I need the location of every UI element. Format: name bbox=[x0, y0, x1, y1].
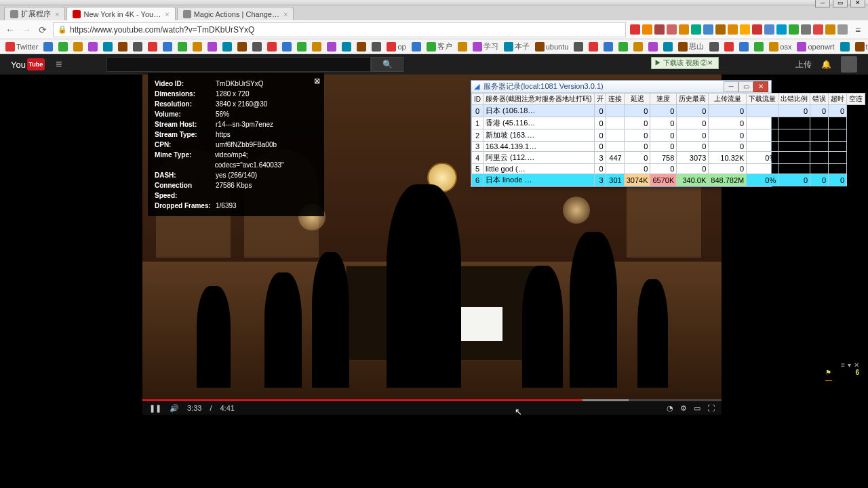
bookmark-item[interactable]: tomato bbox=[854, 42, 868, 52]
server-table[interactable]: ID服务器(截图注意对服务器地址打码)开连接延迟速度历史最高上传流量下载流量出错… bbox=[471, 93, 865, 186]
bookmark-item[interactable] bbox=[191, 42, 203, 52]
pause-button[interactable]: ❚❚ bbox=[149, 404, 161, 413]
bookmark-item[interactable]: 思山 bbox=[677, 41, 705, 52]
extension-icon[interactable] bbox=[825, 24, 835, 35]
bookmark-item[interactable]: 学习 bbox=[471, 41, 500, 52]
extension-icon[interactable] bbox=[630, 24, 640, 35]
browser-tab[interactable]: Magic Actions | Change…× bbox=[177, 7, 294, 20]
window-min[interactable]: ─ bbox=[815, 0, 830, 7]
server-log-window[interactable]: ◢ 服务器记录(local:1081 Version3.0.1) ─ ▭ ✕ I… bbox=[471, 80, 772, 187]
volume-button[interactable]: 🔊 bbox=[170, 404, 179, 413]
nav-reload[interactable]: ⟳ bbox=[37, 24, 49, 35]
bookmark-item[interactable] bbox=[87, 42, 99, 52]
bookmark-item[interactable] bbox=[176, 42, 189, 52]
extension-icon[interactable] bbox=[813, 24, 823, 35]
bookmark-item[interactable] bbox=[146, 42, 159, 52]
notifications-icon[interactable]: 🔔 bbox=[821, 60, 831, 69]
extension-icon[interactable] bbox=[776, 24, 787, 35]
bookmark-item[interactable]: ubuntu bbox=[534, 42, 570, 52]
bookmark-item[interactable] bbox=[839, 42, 851, 52]
extension-icon[interactable] bbox=[715, 24, 726, 35]
extension-icon[interactable] bbox=[837, 24, 848, 35]
server-row[interactable]: 3163.44.139.1…00000000 bbox=[472, 142, 865, 152]
extension-icon[interactable] bbox=[801, 24, 811, 35]
bookmark-item[interactable] bbox=[370, 42, 382, 52]
bookmark-item[interactable]: Twitter bbox=[4, 42, 39, 52]
server-row[interactable]: 2新加坡 (163.…00000000 bbox=[472, 129, 865, 142]
bookmark-item[interactable] bbox=[723, 42, 735, 52]
theater-icon[interactable]: ▭ bbox=[694, 404, 701, 413]
bookmark-item[interactable] bbox=[410, 42, 422, 52]
bookmark-item[interactable] bbox=[587, 42, 599, 52]
extension-icon[interactable] bbox=[752, 24, 762, 35]
window-close[interactable]: ✕ bbox=[850, 0, 865, 7]
search-button[interactable]: 🔍 bbox=[371, 57, 403, 72]
bookmark-item[interactable] bbox=[708, 42, 720, 52]
browser-tab[interactable]: New York in 4K - You…× bbox=[66, 7, 175, 20]
extension-icon[interactable] bbox=[789, 24, 799, 35]
extension-icon[interactable] bbox=[642, 24, 652, 35]
bookmark-item[interactable] bbox=[221, 42, 233, 52]
settings-icon[interactable]: ⚙ bbox=[680, 404, 687, 413]
bookmark-item[interactable] bbox=[236, 42, 248, 52]
extension-icon[interactable] bbox=[654, 24, 665, 35]
extension-icon[interactable] bbox=[728, 24, 738, 35]
extension-icon[interactable] bbox=[764, 24, 774, 35]
bookmark-item[interactable] bbox=[206, 42, 218, 52]
bookmark-item[interactable] bbox=[738, 42, 750, 52]
bookmark-item[interactable] bbox=[753, 42, 765, 52]
bookmark-item[interactable] bbox=[617, 42, 629, 52]
bookmark-item[interactable] bbox=[72, 42, 84, 52]
bookmark-item[interactable] bbox=[632, 42, 644, 52]
extension-icon[interactable] bbox=[679, 24, 689, 35]
stats-close[interactable]: ⊠ bbox=[314, 76, 320, 86]
bookmark-item[interactable] bbox=[102, 42, 114, 52]
server-row[interactable]: 1香港 (45.116…00000000 bbox=[472, 117, 865, 129]
bookmark-item[interactable] bbox=[117, 42, 129, 52]
bookmark-item[interactable]: op bbox=[385, 42, 407, 52]
bookmark-item[interactable] bbox=[266, 42, 278, 52]
net-max[interactable]: ▭ bbox=[738, 81, 753, 92]
net-close[interactable]: ✕ bbox=[753, 81, 768, 92]
bookmark-item[interactable] bbox=[355, 42, 368, 52]
server-row[interactable]: 6日本 linode …33013074K6570K340.0K848.782M… bbox=[472, 174, 865, 186]
bookmark-item[interactable] bbox=[161, 42, 174, 52]
bookmark-item[interactable] bbox=[42, 42, 54, 52]
bookmark-item[interactable]: openwrt bbox=[795, 42, 835, 52]
server-row[interactable]: 5little god (…00000000 bbox=[472, 164, 865, 174]
guide-button[interactable]: ≡ bbox=[56, 58, 62, 70]
bookmark-item[interactable] bbox=[296, 42, 308, 52]
bookmark-item[interactable]: 客户 bbox=[425, 41, 454, 52]
bookmark-item[interactable]: 本子 bbox=[502, 41, 531, 52]
bookmark-item[interactable] bbox=[311, 42, 323, 52]
net-min[interactable]: ─ bbox=[724, 81, 738, 92]
extension-icon[interactable] bbox=[667, 24, 677, 35]
upload-button[interactable]: 上传 bbox=[795, 59, 812, 70]
bookmark-item[interactable] bbox=[326, 42, 338, 52]
bookmark-item[interactable] bbox=[251, 42, 263, 52]
extension-icon[interactable] bbox=[703, 24, 713, 35]
search-input[interactable] bbox=[106, 57, 371, 72]
account-avatar[interactable] bbox=[841, 56, 857, 73]
bookmark-item[interactable] bbox=[662, 42, 674, 52]
extension-icon[interactable] bbox=[691, 24, 701, 35]
chrome-menu[interactable]: ≡ bbox=[852, 24, 864, 35]
youtube-logo[interactable]: You Tube bbox=[11, 58, 45, 70]
bookmark-item[interactable] bbox=[340, 42, 353, 52]
bookmark-item[interactable] bbox=[57, 42, 69, 52]
server-row[interactable]: 4阿里云 (112.…34470758307310.32K0%000 bbox=[472, 152, 865, 164]
bookmark-item[interactable] bbox=[281, 42, 293, 52]
bookmark-item[interactable]: osx bbox=[768, 42, 793, 52]
url-field[interactable]: 🔒 https://www.youtube.com/watch?v=TmDKbU… bbox=[53, 22, 626, 37]
browser-tab[interactable]: 扩展程序× bbox=[4, 7, 65, 20]
server-row[interactable]: 0日本 (106.18…00000000 bbox=[472, 105, 865, 117]
nav-back[interactable]: ← bbox=[4, 24, 16, 35]
fullscreen-icon[interactable]: ⛶ bbox=[707, 404, 715, 413]
bookmark-item[interactable] bbox=[602, 42, 614, 52]
bookmark-item[interactable] bbox=[132, 42, 144, 52]
nav-forward[interactable]: → bbox=[20, 24, 33, 35]
bookmark-item[interactable] bbox=[572, 42, 585, 52]
bookmark-item[interactable] bbox=[456, 42, 469, 52]
download-helper[interactable]: ▶ 下载该 视频 ②✕ bbox=[651, 57, 719, 69]
window-max[interactable]: ▭ bbox=[833, 0, 848, 7]
